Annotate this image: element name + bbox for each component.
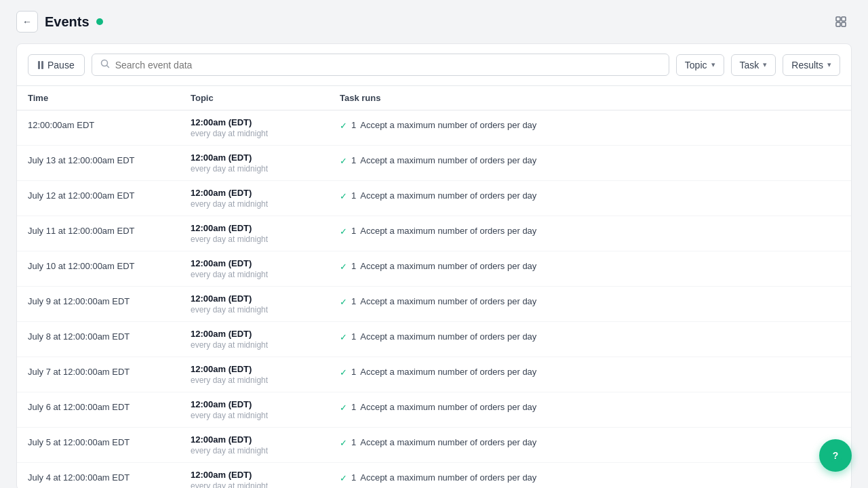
topic-cell: 12:00am (EDT) every day at midnight — [191, 434, 340, 455]
topic-time: 12:00am (EDT) — [191, 470, 340, 480]
main-container: Pause Topic ▾ Task ▾ Results ▾ Time Top — [16, 43, 852, 488]
table-row[interactable]: July 6 at 12:00:00am EDT 12:00am (EDT) e… — [17, 392, 851, 428]
topic-filter-button[interactable]: Topic ▾ — [676, 54, 724, 76]
col-task-runs: Task runs — [340, 93, 840, 103]
table-row[interactable]: July 12 at 12:00:00am EDT 12:00am (EDT) … — [17, 181, 851, 216]
topic-schedule: every day at midnight — [191, 129, 340, 138]
svg-rect-3 — [842, 22, 846, 26]
table-row[interactable]: July 8 at 12:00:00am EDT 12:00am (EDT) e… — [17, 322, 851, 357]
time-cell: July 5 at 12:00:00am EDT — [28, 434, 191, 447]
fab-button[interactable]: ? — [819, 439, 852, 472]
page-header: ← Events — [0, 0, 868, 43]
check-icon: ✓ — [340, 438, 347, 448]
time-cell: July 8 at 12:00:00am EDT — [28, 329, 191, 342]
table-row[interactable]: July 13 at 12:00:00am EDT 12:00am (EDT) … — [17, 146, 851, 181]
svg-rect-1 — [842, 17, 846, 21]
task-name: Accept a maximum number of orders per da… — [360, 120, 536, 130]
check-icon: ✓ — [340, 297, 347, 307]
topic-filter-label: Topic — [685, 60, 707, 70]
expand-icon — [835, 16, 847, 28]
task-name: Accept a maximum number of orders per da… — [360, 261, 536, 271]
task-filter-label: Task — [740, 60, 760, 70]
pause-icon — [38, 61, 43, 69]
search-input[interactable] — [115, 60, 660, 70]
task-cell: ✓ 1 Accept a maximum number of orders pe… — [340, 434, 840, 448]
pause-button[interactable]: Pause — [28, 54, 85, 76]
topic-time: 12:00am (EDT) — [191, 434, 340, 445]
table-row[interactable]: July 11 at 12:00:00am EDT 12:00am (EDT) … — [17, 216, 851, 251]
results-filter-button[interactable]: Results ▾ — [783, 54, 840, 76]
time-cell: July 10 at 12:00:00am EDT — [28, 258, 191, 271]
task-name: Accept a maximum number of orders per da… — [360, 331, 536, 342]
svg-line-5 — [106, 66, 108, 68]
topic-cell: 12:00am (EDT) every day at midnight — [191, 364, 340, 385]
task-name: Accept a maximum number of orders per da… — [360, 367, 536, 377]
table-row[interactable]: July 9 at 12:00:00am EDT 12:00am (EDT) e… — [17, 287, 851, 322]
topic-cell: 12:00am (EDT) every day at midnight — [191, 470, 340, 488]
task-cell: ✓ 1 Accept a maximum number of orders pe… — [340, 364, 840, 378]
topic-cell: 12:00am (EDT) every day at midnight — [191, 117, 340, 138]
task-cell: ✓ 1 Accept a maximum number of orders pe… — [340, 223, 840, 237]
time-cell: 12:00:00am EDT — [28, 117, 191, 130]
topic-schedule: every day at midnight — [191, 305, 340, 314]
task-count: 1 — [351, 437, 356, 447]
topic-schedule: every day at midnight — [191, 235, 340, 244]
task-cell: ✓ 1 Accept a maximum number of orders pe… — [340, 329, 840, 342]
task-count: 1 — [351, 261, 356, 271]
search-icon — [100, 59, 110, 70]
results-chevron-icon: ▾ — [827, 60, 831, 69]
topic-schedule: every day at midnight — [191, 446, 340, 455]
task-count: 1 — [351, 472, 356, 483]
topic-schedule: every day at midnight — [191, 375, 340, 385]
task-count: 1 — [351, 190, 356, 201]
check-icon: ✓ — [340, 226, 347, 237]
topic-cell: 12:00am (EDT) every day at midnight — [191, 152, 340, 174]
task-cell: ✓ 1 Accept a maximum number of orders pe… — [340, 152, 840, 166]
table-row[interactable]: July 10 at 12:00:00am EDT 12:00am (EDT) … — [17, 251, 851, 287]
task-cell: ✓ 1 Accept a maximum number of orders pe… — [340, 258, 840, 272]
task-cell: ✓ 1 Accept a maximum number of orders pe… — [340, 293, 840, 307]
header-left: ← Events — [16, 11, 103, 33]
task-cell: ✓ 1 Accept a maximum number of orders pe… — [340, 188, 840, 201]
table-row[interactable]: July 4 at 12:00:00am EDT 12:00am (EDT) e… — [17, 463, 851, 488]
task-count: 1 — [351, 226, 356, 236]
expand-button[interactable] — [830, 11, 852, 33]
check-icon: ✓ — [340, 121, 347, 131]
task-count: 1 — [351, 155, 356, 165]
time-cell: July 12 at 12:00:00am EDT — [28, 188, 191, 201]
table-body: 12:00:00am EDT 12:00am (EDT) every day a… — [17, 110, 851, 488]
task-name: Accept a maximum number of orders per da… — [360, 190, 536, 201]
topic-cell: 12:00am (EDT) every day at midnight — [191, 293, 340, 314]
time-cell: July 9 at 12:00:00am EDT — [28, 293, 191, 306]
check-icon: ✓ — [340, 473, 347, 483]
toolbar: Pause Topic ▾ Task ▾ Results ▾ — [17, 44, 851, 86]
time-cell: July 6 at 12:00:00am EDT — [28, 399, 191, 412]
task-name: Accept a maximum number of orders per da… — [360, 472, 536, 483]
fab-icon: ? — [828, 448, 843, 463]
table-row[interactable]: July 5 at 12:00:00am EDT 12:00am (EDT) e… — [17, 428, 851, 463]
table-row[interactable]: July 7 at 12:00:00am EDT 12:00am (EDT) e… — [17, 357, 851, 392]
topic-schedule: every day at midnight — [191, 270, 340, 279]
task-cell: ✓ 1 Accept a maximum number of orders pe… — [340, 470, 840, 483]
back-button[interactable]: ← — [16, 11, 38, 33]
table-header: Time Topic Task runs — [17, 86, 851, 110]
task-chevron-icon: ▾ — [763, 60, 767, 69]
results-filter-label: Results — [791, 60, 823, 70]
topic-cell: 12:00am (EDT) every day at midnight — [191, 188, 340, 209]
task-count: 1 — [351, 120, 356, 130]
time-cell: July 13 at 12:00:00am EDT — [28, 152, 191, 165]
topic-time: 12:00am (EDT) — [191, 399, 340, 409]
svg-rect-2 — [836, 22, 840, 26]
task-name: Accept a maximum number of orders per da… — [360, 437, 536, 447]
search-wrapper — [92, 54, 669, 76]
table-row[interactable]: 12:00:00am EDT 12:00am (EDT) every day a… — [17, 110, 851, 146]
check-icon: ✓ — [340, 403, 347, 413]
col-topic: Topic — [191, 93, 340, 103]
status-dot — [96, 18, 103, 25]
pause-label: Pause — [47, 60, 75, 70]
task-name: Accept a maximum number of orders per da… — [360, 226, 536, 236]
check-icon: ✓ — [340, 262, 347, 272]
check-icon: ✓ — [340, 332, 347, 342]
time-cell: July 7 at 12:00:00am EDT — [28, 364, 191, 377]
task-filter-button[interactable]: Task ▾ — [731, 54, 776, 76]
